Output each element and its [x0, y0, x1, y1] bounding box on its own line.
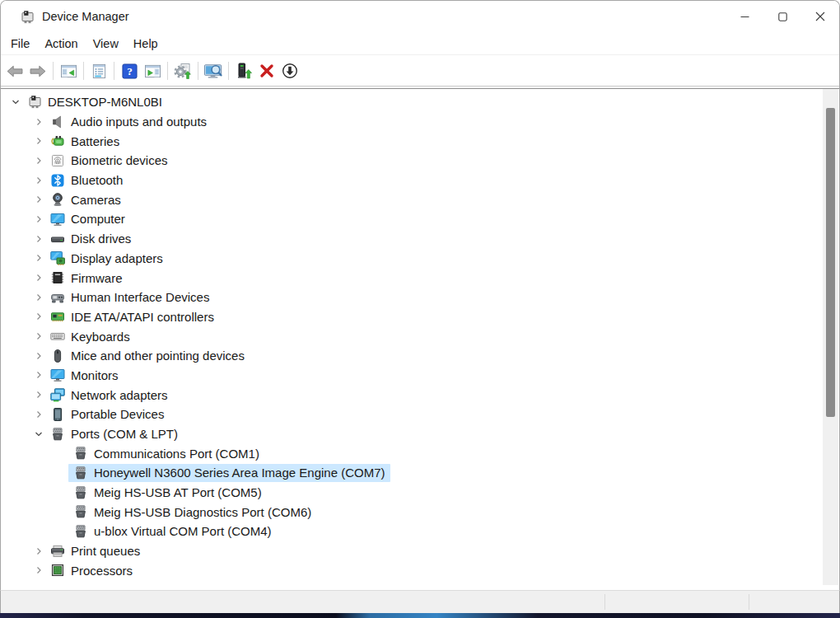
update-driver-icon — [236, 63, 252, 79]
hid-icon — [50, 290, 65, 305]
chevron-right-icon[interactable] — [31, 271, 45, 284]
chevron-right-icon[interactable] — [31, 174, 45, 187]
chevron-right-icon[interactable] — [31, 310, 45, 323]
arrow-right-icon — [29, 64, 47, 78]
chevron-right-icon[interactable] — [31, 545, 45, 558]
chevron-right-icon[interactable] — [31, 330, 45, 343]
disable-device-button[interactable] — [278, 60, 301, 82]
chevron-down-icon[interactable] — [8, 96, 22, 109]
menu-item-view[interactable]: View — [86, 35, 126, 53]
chevron-right-icon[interactable] — [31, 213, 45, 226]
tree-item-communications-port-com1[interactable]: Communications Port (COM1) — [2, 443, 838, 463]
tree-item-network-adapters[interactable]: Network adapters — [2, 385, 838, 405]
network-icon — [50, 387, 65, 402]
tree-item-desktop-m6nl0bi[interactable]: DESKTOP-M6NL0BI — [2, 92, 838, 112]
tree-item-audio-inputs-and-outputs[interactable]: Audio inputs and outputs — [2, 112, 838, 132]
tree-item-label: Communications Port (COM1) — [94, 447, 259, 461]
tree-item-computer[interactable]: Computer — [2, 209, 838, 229]
tree-item-portable-devices[interactable]: Portable Devices — [2, 405, 838, 424]
tree-item-print-queues[interactable]: Print queues — [2, 541, 838, 561]
tree-item-label: Honeywell N3600 Series Area Image Engine… — [94, 466, 385, 480]
chevron-down-icon[interactable] — [31, 428, 45, 441]
help-button[interactable]: ? — [118, 60, 141, 82]
chevron-right-icon[interactable] — [31, 251, 45, 265]
chevron-right-icon[interactable] — [31, 583, 45, 585]
tree-item-label: Human Interface Devices — [71, 290, 209, 304]
tree-item-sd-host-adapters[interactable]: SD host adapters — [2, 580, 838, 585]
chevron-right-icon[interactable] — [31, 154, 45, 167]
chevron-right-icon[interactable] — [31, 291, 45, 304]
vertical-scrollbar[interactable] — [823, 89, 838, 585]
update-driver-button[interactable] — [232, 60, 255, 82]
tree-item-label: Display adapters — [71, 251, 163, 265]
tree-item-label: Cameras — [71, 193, 121, 207]
tree-item-honeywell-n3600-series-area-image-engine-com7[interactable]: Honeywell N3600 Series Area Image Engine… — [2, 463, 838, 483]
tree-item-batteries[interactable]: Batteries — [2, 131, 838, 151]
show-console-tree-button[interactable] — [57, 60, 80, 82]
maximize-button[interactable] — [763, 1, 801, 32]
tree-item-ide-ata-atapi-controllers[interactable]: IDE ATA/ATAPI controllers — [2, 307, 838, 327]
port-icon — [73, 524, 88, 539]
scan-for-hardware-changes-button[interactable] — [171, 60, 194, 82]
tree-item-mice-and-other-pointing-devices[interactable]: Mice and other pointing devices — [2, 346, 838, 366]
statusbar — [0, 590, 840, 613]
tree-item-meig-hs-usb-diagnostics-port-com6[interactable]: Meig HS-USB Diagnostics Port (COM6) — [2, 502, 838, 522]
chevron-right-icon[interactable] — [31, 193, 45, 206]
menu-item-help[interactable]: Help — [126, 35, 166, 53]
console-tree-icon — [60, 63, 77, 79]
tree-item-processors[interactable]: Processors — [2, 561, 838, 581]
chevron-right-icon[interactable] — [31, 134, 45, 147]
tree-item-disk-drives[interactable]: Disk drives — [2, 229, 838, 249]
tree-item-bluetooth[interactable]: Bluetooth — [2, 171, 838, 190]
chevron-right-icon[interactable] — [31, 232, 45, 246]
chevron-right-icon[interactable] — [31, 349, 45, 363]
tree-item-keyboards[interactable]: Keyboards — [2, 326, 838, 346]
chevron-right-icon[interactable] — [31, 408, 45, 421]
chevron-right-icon[interactable] — [31, 368, 45, 382]
port-icon — [73, 446, 88, 461]
statusbar-divider — [749, 594, 749, 610]
tree-item-firmware[interactable]: Firmware — [2, 268, 838, 288]
tree-item-label: u-blox Virtual COM Port (COM4) — [94, 524, 272, 538]
battery-icon — [50, 133, 65, 148]
menu-item-action[interactable]: Action — [37, 35, 85, 53]
keyboard-icon — [50, 329, 65, 344]
chevron-spacer — [54, 525, 68, 538]
computer-search-icon — [203, 63, 224, 79]
scrollbar-thumb[interactable] — [826, 108, 835, 417]
tree-item-label: Biometric devices — [71, 153, 168, 167]
chevron-right-icon[interactable] — [31, 115, 45, 129]
window-controls — [726, 1, 839, 32]
remote-computer-button[interactable] — [202, 60, 225, 82]
properties-button[interactable] — [87, 60, 110, 82]
tree-item-display-adapters[interactable]: Display adapters — [2, 249, 838, 269]
minimize-button[interactable] — [726, 1, 763, 32]
tree-item-ports-com-lpt[interactable]: Ports (COM & LPT) — [2, 424, 838, 444]
tree-item-u-blox-virtual-com-port-com4[interactable]: u-blox Virtual COM Port (COM4) — [2, 522, 838, 541]
uninstall-device-button[interactable] — [255, 60, 278, 82]
tree-item-label: Audio inputs and outputs — [71, 115, 207, 129]
chevron-right-icon[interactable] — [31, 564, 45, 577]
show-action-pane-button[interactable] — [141, 60, 164, 82]
toolbar-separator — [83, 62, 84, 80]
toolbar: ? — [1, 56, 839, 86]
tree-item-cameras[interactable]: Cameras — [2, 190, 838, 209]
help-icon: ? — [122, 63, 138, 79]
forward-button[interactable] — [26, 60, 49, 82]
close-button[interactable] — [801, 1, 839, 32]
chevron-spacer — [54, 447, 68, 460]
chevron-spacer — [54, 505, 68, 518]
screen: Device Manager FileActionViewHelp ? DESK… — [0, 0, 840, 618]
tree-item-label: Meig HS-USB Diagnostics Port (COM6) — [94, 505, 311, 519]
back-button[interactable] — [3, 60, 26, 82]
tree-item-biometric-devices[interactable]: Biometric devices — [2, 151, 838, 171]
tree-item-human-interface-devices[interactable]: Human Interface Devices — [2, 288, 838, 307]
tree-item-monitors[interactable]: Monitors — [2, 366, 838, 386]
tree-item-meig-hs-usb-at-port-com5[interactable]: Meig HS-USB AT Port (COM5) — [2, 483, 838, 503]
disk-icon — [50, 232, 65, 246]
device-manager-window: Device Manager FileActionViewHelp ? DESK… — [0, 0, 840, 613]
toolbar-separator — [198, 62, 198, 80]
menu-item-file[interactable]: File — [3, 35, 37, 53]
chevron-right-icon[interactable] — [31, 388, 45, 401]
device-tree[interactable]: DESKTOP-M6NL0BIAudio inputs and outputsB… — [2, 89, 838, 585]
